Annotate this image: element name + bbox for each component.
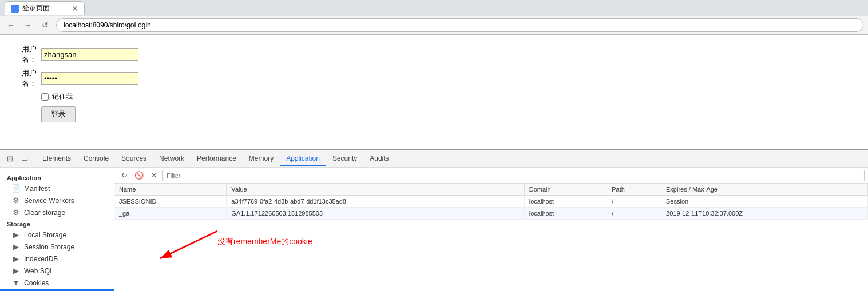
remember-checkbox[interactable] — [41, 93, 49, 101]
annotation-area: 没有rememberMe的cookie — [114, 220, 868, 265]
sidebar-item-manifest[interactable]: 📄 Manifest — [0, 182, 114, 194]
remember-label: 记住我 — [52, 92, 73, 102]
tab-console[interactable]: Console — [78, 152, 114, 166]
devtools-icon-group: ⊡ ▭ — [3, 153, 31, 165]
cookie-name-jsessionid: JSESSIONID — [114, 196, 227, 208]
devtools-toolbar: ⊡ ▭ Elements Console Sources Network Per… — [0, 150, 868, 168]
password-label: 用户名： — [9, 68, 37, 89]
devtools-body: Application 📄 Manifest ⚙ Service Workers… — [0, 168, 868, 291]
username-input[interactable] — [41, 48, 138, 61]
cookie-table: Name Value Domain Path Expires / Max-Age… — [114, 184, 868, 291]
col-path: Path — [607, 184, 661, 196]
sidebar-item-service-workers-label: Service Workers — [24, 197, 74, 205]
sidebar-item-indexeddb-label: IndexedDB — [24, 255, 58, 263]
clear-cookies-button[interactable]: 🚫 — [133, 169, 145, 182]
forward-button[interactable]: → — [22, 19, 34, 31]
sidebar-item-cookies-localhost[interactable]: 🌐 http://localhost:8090 — [0, 289, 114, 291]
username-row: 用户名： — [9, 44, 859, 65]
remember-row: 记住我 — [41, 92, 859, 102]
clear-storage-icon: ⚙ — [11, 208, 21, 217]
tab-network[interactable]: Network — [153, 152, 190, 166]
login-button[interactable]: 登录 — [41, 106, 76, 122]
tab-elements[interactable]: Elements — [37, 152, 77, 166]
cookie-path-ga: / — [607, 208, 661, 220]
page-content: 用户名： 用户名： 记住我 登录 — [0, 35, 868, 149]
cookie-path-jsessionid: / — [607, 196, 661, 208]
cookie-row-ga[interactable]: _ga GA1.1.1712260503.1512985503 localhos… — [114, 208, 868, 220]
sidebar-item-cookies[interactable]: ▼ Cookies — [0, 277, 114, 289]
devtools-device-button[interactable]: ▭ — [18, 153, 31, 165]
devtools-panel: ⊡ ▭ Elements Console Sources Network Per… — [0, 149, 868, 291]
sidebar-item-indexeddb[interactable]: ▶ IndexedDB — [0, 253, 114, 265]
refresh-cookies-button[interactable]: ↻ — [118, 169, 130, 182]
service-workers-icon: ⚙ — [11, 196, 21, 205]
indexeddb-icon: ▶ — [11, 254, 21, 263]
local-storage-icon: ▶ — [11, 230, 21, 239]
password-input[interactable] — [41, 72, 138, 85]
sidebar-item-cookies-label: Cookies — [24, 279, 49, 287]
col-value: Value — [227, 184, 524, 196]
table-header-row: Name Value Domain Path Expires / Max-Age — [114, 184, 868, 196]
tab-memory[interactable]: Memory — [243, 152, 279, 166]
sidebar-item-clear-storage[interactable]: ⚙ Clear storage — [0, 206, 114, 218]
tab-security[interactable]: Security — [327, 152, 363, 166]
cookie-domain-jsessionid: localhost — [524, 196, 607, 208]
cookie-domain-ga: localhost — [524, 208, 607, 220]
filter-bar: ↻ 🚫 ✕ — [114, 168, 868, 184]
cookie-row-jsessionid[interactable]: JSESSIONID a34f7769-0fa2-4d3b-abd7-dd1f1… — [114, 196, 868, 208]
address-bar: ← → ↺ — [0, 16, 868, 34]
sidebar-item-session-storage[interactable]: ▶ Session Storage — [0, 241, 114, 253]
cookie-expires-jsessionid: Session — [661, 196, 868, 208]
sidebar-item-clear-storage-label: Clear storage — [24, 209, 65, 217]
manifest-icon: 📄 — [11, 184, 21, 193]
sidebar-item-local-storage[interactable]: ▶ Local Storage — [0, 229, 114, 241]
tab-sources[interactable]: Sources — [116, 152, 152, 166]
tab-performance[interactable]: Performance — [191, 152, 242, 166]
sidebar-item-web-sql-label: Web SQL — [24, 267, 54, 275]
browser-tab[interactable]: 登录页面 ✕ — [5, 1, 85, 15]
username-label: 用户名： — [9, 44, 37, 65]
address-input[interactable] — [56, 18, 863, 32]
web-sql-icon: ▶ — [11, 266, 21, 275]
session-storage-icon: ▶ — [11, 242, 21, 251]
col-name: Name — [114, 184, 227, 196]
sidebar-item-manifest-label: Manifest — [24, 185, 50, 193]
cookie-value-jsessionid: a34f7769-0fa2-4d3b-abd7-dd1f13c35ad8 — [227, 196, 524, 208]
cookies-data-table: Name Value Domain Path Expires / Max-Age… — [114, 184, 868, 220]
sidebar-item-service-workers[interactable]: ⚙ Service Workers — [0, 194, 114, 206]
back-button[interactable]: ← — [5, 19, 17, 31]
tab-title: 登录页面 — [22, 3, 50, 13]
devtools-inspect-button[interactable]: ⊡ — [3, 153, 16, 165]
reload-button[interactable]: ↺ — [39, 19, 51, 31]
tab-close-button[interactable]: ✕ — [72, 4, 78, 13]
tab-favicon — [11, 5, 19, 13]
cookie-name-ga: _ga — [114, 208, 227, 220]
col-domain: Domain — [524, 184, 607, 196]
browser-chrome: 登录页面 ✕ ← → ↺ — [0, 0, 868, 35]
cookies-icon: ▼ — [11, 278, 21, 287]
sidebar-item-local-storage-label: Local Storage — [24, 231, 66, 239]
tab-audits[interactable]: Audits — [364, 152, 394, 166]
cookie-expires-ga: 2019-12-11T10:32:37.000Z — [661, 208, 868, 220]
arrow-icon — [149, 225, 223, 265]
annotation-text: 没有rememberMe的cookie — [217, 237, 312, 247]
devtools-sidebar: Application 📄 Manifest ⚙ Service Workers… — [0, 168, 114, 291]
password-row: 用户名： — [9, 68, 859, 89]
col-expires: Expires / Max-Age — [661, 184, 868, 196]
tab-bar: 登录页面 ✕ — [0, 0, 868, 16]
sidebar-section-storage: Storage — [0, 218, 114, 229]
tab-application[interactable]: Application — [280, 152, 326, 166]
filter-input[interactable] — [162, 170, 865, 181]
sidebar-section-application: Application — [0, 172, 114, 182]
sidebar-item-session-storage-label: Session Storage — [24, 243, 74, 251]
devtools-main-panel: ↻ 🚫 ✕ Name Value Domain Path Expires / M… — [114, 168, 868, 291]
delete-cookies-button[interactable]: ✕ — [148, 169, 160, 182]
sidebar-item-web-sql[interactable]: ▶ Web SQL — [0, 265, 114, 277]
cookie-value-ga: GA1.1.1712260503.1512985503 — [227, 208, 524, 220]
svg-line-1 — [160, 231, 217, 258]
